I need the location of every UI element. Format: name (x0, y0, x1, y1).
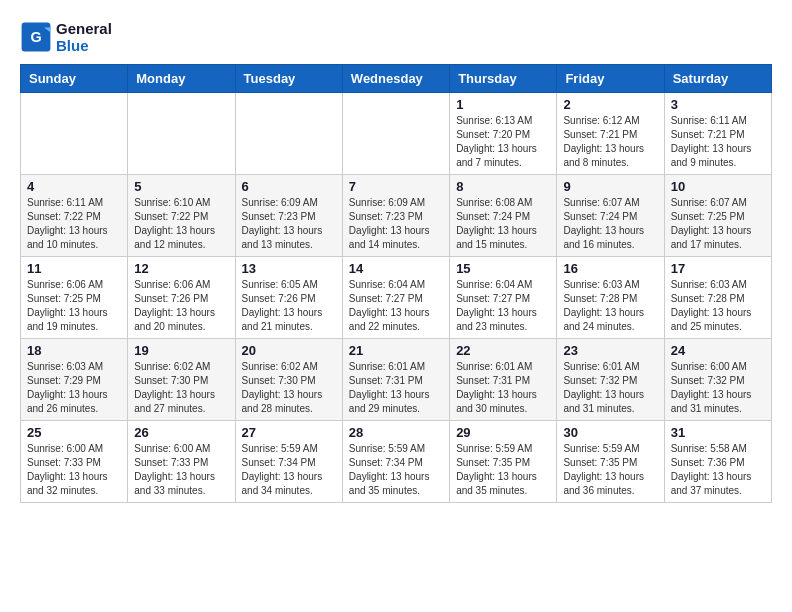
day-info: Sunrise: 6:01 AM Sunset: 7:31 PM Dayligh… (349, 360, 443, 416)
empty-cell (128, 93, 235, 175)
day-info: Sunrise: 5:59 AM Sunset: 7:34 PM Dayligh… (349, 442, 443, 498)
day-number: 16 (563, 261, 657, 276)
day-cell-12: 12Sunrise: 6:06 AM Sunset: 7:26 PM Dayli… (128, 257, 235, 339)
day-number: 8 (456, 179, 550, 194)
weekday-header-wednesday: Wednesday (342, 65, 449, 93)
day-info: Sunrise: 6:03 AM Sunset: 7:29 PM Dayligh… (27, 360, 121, 416)
day-info: Sunrise: 5:58 AM Sunset: 7:36 PM Dayligh… (671, 442, 765, 498)
day-number: 24 (671, 343, 765, 358)
day-number: 3 (671, 97, 765, 112)
day-number: 30 (563, 425, 657, 440)
day-cell-25: 25Sunrise: 6:00 AM Sunset: 7:33 PM Dayli… (21, 421, 128, 503)
weekday-header-monday: Monday (128, 65, 235, 93)
day-cell-24: 24Sunrise: 6:00 AM Sunset: 7:32 PM Dayli… (664, 339, 771, 421)
day-cell-13: 13Sunrise: 6:05 AM Sunset: 7:26 PM Dayli… (235, 257, 342, 339)
day-cell-10: 10Sunrise: 6:07 AM Sunset: 7:25 PM Dayli… (664, 175, 771, 257)
day-cell-22: 22Sunrise: 6:01 AM Sunset: 7:31 PM Dayli… (450, 339, 557, 421)
day-info: Sunrise: 6:07 AM Sunset: 7:25 PM Dayligh… (671, 196, 765, 252)
week-row-4: 18Sunrise: 6:03 AM Sunset: 7:29 PM Dayli… (21, 339, 772, 421)
day-cell-15: 15Sunrise: 6:04 AM Sunset: 7:27 PM Dayli… (450, 257, 557, 339)
day-number: 17 (671, 261, 765, 276)
day-number: 31 (671, 425, 765, 440)
day-cell-5: 5Sunrise: 6:10 AM Sunset: 7:22 PM Daylig… (128, 175, 235, 257)
empty-cell (21, 93, 128, 175)
day-number: 29 (456, 425, 550, 440)
day-number: 13 (242, 261, 336, 276)
day-cell-27: 27Sunrise: 5:59 AM Sunset: 7:34 PM Dayli… (235, 421, 342, 503)
day-number: 5 (134, 179, 228, 194)
day-number: 15 (456, 261, 550, 276)
page-header: G General Blue (20, 20, 772, 54)
day-cell-23: 23Sunrise: 6:01 AM Sunset: 7:32 PM Dayli… (557, 339, 664, 421)
day-info: Sunrise: 6:00 AM Sunset: 7:33 PM Dayligh… (134, 442, 228, 498)
day-cell-28: 28Sunrise: 5:59 AM Sunset: 7:34 PM Dayli… (342, 421, 449, 503)
day-number: 14 (349, 261, 443, 276)
weekday-header-row: SundayMondayTuesdayWednesdayThursdayFrid… (21, 65, 772, 93)
day-number: 2 (563, 97, 657, 112)
day-cell-17: 17Sunrise: 6:03 AM Sunset: 7:28 PM Dayli… (664, 257, 771, 339)
day-info: Sunrise: 6:12 AM Sunset: 7:21 PM Dayligh… (563, 114, 657, 170)
day-cell-8: 8Sunrise: 6:08 AM Sunset: 7:24 PM Daylig… (450, 175, 557, 257)
day-info: Sunrise: 6:09 AM Sunset: 7:23 PM Dayligh… (242, 196, 336, 252)
day-cell-14: 14Sunrise: 6:04 AM Sunset: 7:27 PM Dayli… (342, 257, 449, 339)
weekday-header-tuesday: Tuesday (235, 65, 342, 93)
day-number: 22 (456, 343, 550, 358)
day-info: Sunrise: 6:00 AM Sunset: 7:32 PM Dayligh… (671, 360, 765, 416)
empty-cell (235, 93, 342, 175)
day-info: Sunrise: 6:07 AM Sunset: 7:24 PM Dayligh… (563, 196, 657, 252)
day-info: Sunrise: 6:04 AM Sunset: 7:27 PM Dayligh… (456, 278, 550, 334)
day-number: 21 (349, 343, 443, 358)
day-number: 11 (27, 261, 121, 276)
day-info: Sunrise: 6:03 AM Sunset: 7:28 PM Dayligh… (671, 278, 765, 334)
day-number: 7 (349, 179, 443, 194)
day-number: 4 (27, 179, 121, 194)
week-row-2: 4Sunrise: 6:11 AM Sunset: 7:22 PM Daylig… (21, 175, 772, 257)
week-row-3: 11Sunrise: 6:06 AM Sunset: 7:25 PM Dayli… (21, 257, 772, 339)
day-info: Sunrise: 6:05 AM Sunset: 7:26 PM Dayligh… (242, 278, 336, 334)
day-info: Sunrise: 6:04 AM Sunset: 7:27 PM Dayligh… (349, 278, 443, 334)
day-number: 28 (349, 425, 443, 440)
day-cell-9: 9Sunrise: 6:07 AM Sunset: 7:24 PM Daylig… (557, 175, 664, 257)
day-info: Sunrise: 5:59 AM Sunset: 7:34 PM Dayligh… (242, 442, 336, 498)
day-info: Sunrise: 5:59 AM Sunset: 7:35 PM Dayligh… (563, 442, 657, 498)
calendar-table: SundayMondayTuesdayWednesdayThursdayFrid… (20, 64, 772, 503)
day-cell-4: 4Sunrise: 6:11 AM Sunset: 7:22 PM Daylig… (21, 175, 128, 257)
day-info: Sunrise: 6:01 AM Sunset: 7:32 PM Dayligh… (563, 360, 657, 416)
day-info: Sunrise: 6:06 AM Sunset: 7:25 PM Dayligh… (27, 278, 121, 334)
day-number: 9 (563, 179, 657, 194)
day-cell-3: 3Sunrise: 6:11 AM Sunset: 7:21 PM Daylig… (664, 93, 771, 175)
day-number: 25 (27, 425, 121, 440)
day-cell-2: 2Sunrise: 6:12 AM Sunset: 7:21 PM Daylig… (557, 93, 664, 175)
day-info: Sunrise: 6:10 AM Sunset: 7:22 PM Dayligh… (134, 196, 228, 252)
logo: G General Blue (20, 20, 112, 54)
day-cell-26: 26Sunrise: 6:00 AM Sunset: 7:33 PM Dayli… (128, 421, 235, 503)
day-info: Sunrise: 5:59 AM Sunset: 7:35 PM Dayligh… (456, 442, 550, 498)
weekday-header-thursday: Thursday (450, 65, 557, 93)
day-cell-16: 16Sunrise: 6:03 AM Sunset: 7:28 PM Dayli… (557, 257, 664, 339)
day-cell-19: 19Sunrise: 6:02 AM Sunset: 7:30 PM Dayli… (128, 339, 235, 421)
day-number: 1 (456, 97, 550, 112)
week-row-5: 25Sunrise: 6:00 AM Sunset: 7:33 PM Dayli… (21, 421, 772, 503)
day-info: Sunrise: 6:02 AM Sunset: 7:30 PM Dayligh… (134, 360, 228, 416)
weekday-header-sunday: Sunday (21, 65, 128, 93)
day-cell-18: 18Sunrise: 6:03 AM Sunset: 7:29 PM Dayli… (21, 339, 128, 421)
logo-text: General Blue (56, 20, 112, 54)
logo-icon: G (20, 21, 52, 53)
day-cell-29: 29Sunrise: 5:59 AM Sunset: 7:35 PM Dayli… (450, 421, 557, 503)
day-number: 27 (242, 425, 336, 440)
weekday-header-saturday: Saturday (664, 65, 771, 93)
day-number: 23 (563, 343, 657, 358)
day-info: Sunrise: 6:11 AM Sunset: 7:22 PM Dayligh… (27, 196, 121, 252)
day-cell-1: 1Sunrise: 6:13 AM Sunset: 7:20 PM Daylig… (450, 93, 557, 175)
day-number: 6 (242, 179, 336, 194)
day-number: 10 (671, 179, 765, 194)
svg-text:G: G (30, 29, 41, 45)
day-cell-20: 20Sunrise: 6:02 AM Sunset: 7:30 PM Dayli… (235, 339, 342, 421)
day-info: Sunrise: 6:09 AM Sunset: 7:23 PM Dayligh… (349, 196, 443, 252)
day-info: Sunrise: 6:13 AM Sunset: 7:20 PM Dayligh… (456, 114, 550, 170)
day-info: Sunrise: 6:01 AM Sunset: 7:31 PM Dayligh… (456, 360, 550, 416)
week-row-1: 1Sunrise: 6:13 AM Sunset: 7:20 PM Daylig… (21, 93, 772, 175)
weekday-header-friday: Friday (557, 65, 664, 93)
day-cell-31: 31Sunrise: 5:58 AM Sunset: 7:36 PM Dayli… (664, 421, 771, 503)
day-cell-7: 7Sunrise: 6:09 AM Sunset: 7:23 PM Daylig… (342, 175, 449, 257)
